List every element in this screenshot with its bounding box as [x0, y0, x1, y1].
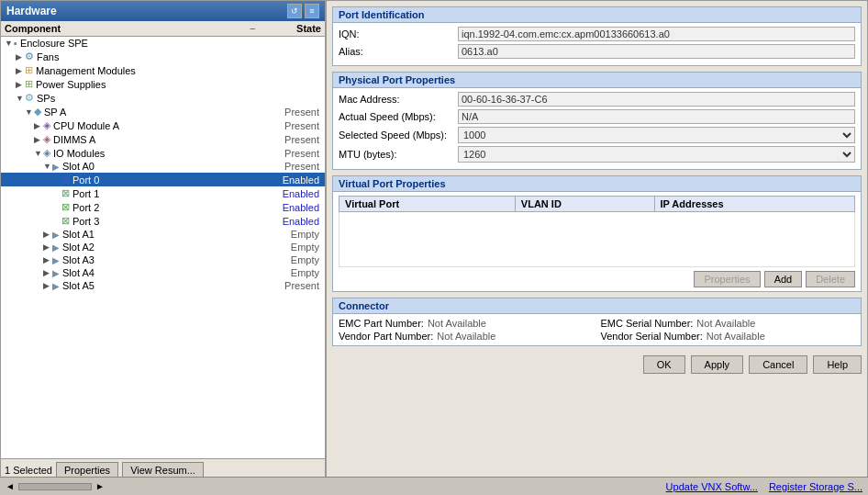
scroll-left-btn[interactable]: ◄ [6, 481, 15, 491]
vport-delete-button[interactable]: Delete [806, 271, 855, 287]
tree-item-sps[interactable]: ▼ ⚙ SPs [1, 91, 325, 105]
connector-section: Connector EMC Part Number: Not Available… [332, 298, 862, 346]
tree-item-dimms[interactable]: ▶ ◈ DIMMS A Present [1, 132, 325, 146]
tree-item-port2[interactable]: ⊠ Port 2 Enabled [1, 200, 325, 214]
tree-state-iomods: Present [263, 148, 323, 159]
vendor-serial-value: Not Available [707, 331, 765, 342]
physical-port-section: Physical Port Properties Mac Address: 00… [332, 72, 862, 170]
mtu-select[interactable]: 1260 4096 9000 [458, 146, 855, 163]
tree-label-dimms: DIMMS A [53, 134, 263, 145]
register-storage-link[interactable]: Register Storage S... [769, 481, 862, 492]
tree-label-port3: Port 3 [72, 216, 263, 227]
tree-state-dimms: Present [263, 134, 323, 145]
tree-item-spa[interactable]: ▼ ◆ SP A Present [1, 105, 325, 118]
col-component: Component [5, 23, 250, 34]
virtual-port-title: Virtual Port Properties [333, 176, 861, 192]
tree-item-slota2[interactable]: ▶ ▶ Slot A2 Empty [1, 241, 325, 253]
tree-label-mgmt: Management Modules [36, 65, 263, 76]
apply-button[interactable]: Apply [691, 355, 744, 374]
tree-item-port1[interactable]: ⊠ Port 1 Enabled [1, 186, 325, 200]
selected-speed-row: Selected Speed (Mbps): 1000 Auto 100 100… [339, 127, 855, 143]
tree-header: Component – State [1, 21, 325, 37]
collapse-all[interactable]: – [250, 23, 255, 34]
tree-item-port0[interactable]: ⊠ Port 0 Enabled [1, 173, 325, 186]
iqn-value: iqn.1992-04.com.emc:cx.apm00133660613.a0 [458, 27, 855, 41]
tree-label-fans: Fans [37, 51, 263, 62]
tree-item-cpu[interactable]: ▶ ◈ CPU Module A Present [1, 118, 325, 132]
alias-value: 0613.a0 [458, 44, 855, 59]
tree-label-slota0: Slot A0 [62, 161, 263, 172]
update-vnx-link[interactable]: Update VNX Softw... [666, 481, 758, 492]
port-identification-title: Port Identification [333, 7, 861, 23]
panel-title: Hardware [6, 5, 57, 17]
tree-item-slota0[interactable]: ▼ ▶ Slot A0 Present [1, 160, 325, 173]
emc-serial-value: Not Available [696, 318, 755, 329]
iqn-label: IQN: [339, 28, 458, 39]
ok-button[interactable]: OK [643, 355, 685, 374]
emc-part-row: EMC Part Number: Not Available [339, 318, 594, 329]
tree-item-mgmt[interactable]: ▶ ⊞ Management Modules [1, 63, 325, 77]
actual-speed-label: Actual Speed (Mbps): [339, 111, 458, 122]
tree-item-iomods[interactable]: ▼ ◈ IO Modules Present [1, 146, 325, 160]
tree-label-slota4: Slot A4 [62, 267, 263, 278]
scroll-track[interactable] [18, 483, 92, 490]
tree-item-slota4[interactable]: ▶ ▶ Slot A4 Empty [1, 266, 325, 279]
tree-item-psu[interactable]: ▶ ⊞ Power Supplies [1, 77, 325, 91]
tree-item-fans[interactable]: ▶ ⚙ Fans [1, 50, 325, 63]
tree-item-slota5[interactable]: ▶ ▶ Slot A5 Present [1, 279, 325, 292]
tree-label-port0: Port 0 [72, 174, 263, 186]
mtu-row: MTU (bytes): 1260 4096 9000 [339, 146, 855, 163]
vendor-serial-row: Vendor Serial Number: Not Available [601, 331, 856, 342]
selected-speed-label: Selected Speed (Mbps): [339, 129, 458, 141]
vport-properties-button[interactable]: Properties [694, 271, 760, 287]
tree-state-slota5: Present [263, 280, 323, 291]
vendor-part-label: Vendor Part Number: [339, 331, 433, 342]
vport-add-button[interactable]: Add [764, 271, 803, 287]
tree-state-slota4: Empty [263, 267, 323, 278]
help-button[interactable]: Help [813, 355, 862, 374]
mac-value: 00-60-16-36-37-C6 [458, 92, 855, 107]
tree-content: ▼ ▪ Enclosure SPE ▶ ⚙ Fans ▶ ⊞ Managemen… [1, 37, 325, 458]
port-identification-section: Port Identification IQN: iqn.1992-04.com… [332, 6, 862, 66]
mtu-label: MTU (bytes): [339, 149, 458, 160]
mac-row: Mac Address: 00-60-16-36-37-C6 [339, 92, 855, 107]
tree-item-slota3[interactable]: ▶ ▶ Slot A3 Empty [1, 253, 325, 266]
tree-state-port0: Enabled [263, 174, 323, 186]
virtual-port-table: Virtual Port VLAN ID IP Addresses [339, 196, 855, 267]
tree-state-port1: Enabled [263, 188, 323, 199]
connector-content: EMC Part Number: Not Available EMC Seria… [333, 314, 861, 345]
vendor-part-row: Vendor Part Number: Not Available [339, 331, 594, 342]
tree-label-slota2: Slot A2 [62, 242, 263, 253]
vendor-part-value: Not Available [437, 331, 495, 342]
tree-state-spa: Present [263, 107, 323, 118]
mac-label: Mac Address: [339, 94, 458, 105]
tree-state-slota0: Present [263, 161, 323, 172]
port-identification-content: IQN: iqn.1992-04.com.emc:cx.apm001336606… [333, 23, 861, 65]
config-icon[interactable]: ≡ [305, 4, 319, 18]
scroll-right-btn[interactable]: ► [95, 481, 105, 491]
tree-label-port2: Port 2 [72, 202, 263, 213]
emc-serial-label: EMC Serial Number: [601, 318, 694, 329]
bottom-status-bar: ◄ ► Update VNX Softw... Register Storage… [0, 477, 868, 495]
tree-item-slota1[interactable]: ▶ ▶ Slot A1 Empty [1, 228, 325, 241]
virtual-port-table-body [339, 212, 855, 267]
tree-item-port3[interactable]: ⊠ Port 3 Enabled [1, 214, 325, 228]
vport-col-vlan-id: VLAN ID [515, 197, 654, 212]
col-state: State [257, 23, 321, 34]
iqn-row: IQN: iqn.1992-04.com.emc:cx.apm001336606… [339, 27, 855, 41]
left-panel: Hardware ↺ ≡ Component – State ▼ ▪ Enclo… [0, 0, 326, 495]
dialog-buttons: OK Apply Cancel Help [332, 352, 862, 376]
vport-buttons: Properties Add Delete [339, 271, 855, 287]
tree-item-enclosure[interactable]: ▼ ▪ Enclosure SPE [1, 37, 325, 50]
selected-count: 1 Selected [5, 465, 52, 476]
selected-speed-select[interactable]: 1000 Auto 100 10000 [458, 127, 855, 143]
tree-label-slota5: Slot A5 [62, 280, 263, 291]
refresh-icon[interactable]: ↺ [287, 4, 302, 18]
vport-col-virtual-port: Virtual Port [339, 197, 516, 212]
emc-serial-row: EMC Serial Number: Not Available [601, 318, 856, 329]
tree-label-enclosure: Enclosure SPE [20, 38, 263, 49]
tree-state-slota2: Empty [263, 242, 323, 253]
tree-state-port3: Enabled [263, 216, 323, 227]
tree-label-sps: SPs [37, 93, 263, 104]
cancel-button[interactable]: Cancel [749, 355, 807, 374]
